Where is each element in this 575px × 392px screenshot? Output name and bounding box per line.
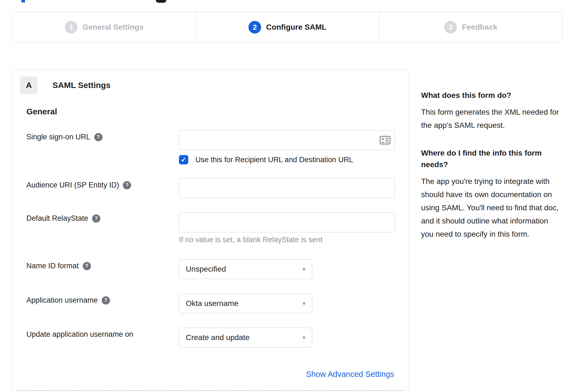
- update-app-username-label-text: Update application username on: [26, 330, 133, 339]
- app-username-value: Okta username: [186, 299, 238, 308]
- sidebar-body-text: The app you're trying to integrate with …: [421, 175, 563, 241]
- recipient-url-checkbox-label: Use this for Recipient URL and Destinati…: [195, 156, 353, 164]
- name-id-format-label: Name ID format ?: [26, 262, 91, 270]
- panel-header: A SAML Settings: [20, 76, 110, 94]
- panel-title: SAML Settings: [52, 81, 110, 90]
- audience-uri-label-text: Audience URI (SP Entity ID): [26, 181, 119, 189]
- update-app-username-label: Update application username on: [26, 330, 133, 339]
- step-1-label: General Settings: [82, 23, 144, 32]
- saml-settings-panel: A SAML Settings General Single sign-on U…: [12, 69, 410, 392]
- name-id-format-select[interactable]: Unspecified ▾: [179, 259, 312, 279]
- update-app-username-value: Create and update: [186, 333, 250, 342]
- app-username-label-text: Application username: [26, 296, 98, 305]
- checkbox-checked-icon[interactable]: ✓: [179, 155, 188, 164]
- help-icon[interactable]: ?: [123, 181, 131, 189]
- step-feedback[interactable]: 3 Feedback: [379, 12, 562, 43]
- step-1-number-badge: 1: [65, 21, 78, 34]
- caret-down-icon: ▾: [303, 334, 305, 341]
- app-username-label: Application username ?: [26, 296, 110, 305]
- help-sidebar: What does this form do? This form genera…: [421, 90, 563, 241]
- section-a-badge: A: [20, 76, 38, 94]
- sidebar-body-text: This form generates the XML needed for t…: [421, 106, 563, 132]
- section-dashed-divider: [17, 390, 404, 391]
- cropped-blue-fragment: [21, 0, 25, 2]
- help-icon[interactable]: ?: [94, 133, 103, 141]
- step-3-label: Feedback: [462, 23, 497, 32]
- cropped-logo-fragment: [156, 0, 166, 3]
- name-id-format-value: Unspecified: [186, 265, 226, 274]
- relay-state-input[interactable]: [179, 212, 395, 232]
- sidebar-section-what: What does this form do? This form genera…: [421, 90, 563, 132]
- wizard-stepper: 1 General Settings 2 Configure SAML 3 Fe…: [12, 12, 563, 43]
- step-general-settings[interactable]: 1 General Settings: [13, 12, 196, 43]
- caret-down-icon: ▾: [303, 266, 305, 272]
- step-3-number-badge: 3: [444, 21, 457, 34]
- audience-uri-label: Audience URI (SP Entity ID) ?: [26, 181, 131, 189]
- show-advanced-settings-link[interactable]: Show Advanced Settings: [306, 370, 394, 379]
- sso-url-label-text: Single sign-on URL: [26, 133, 90, 141]
- help-icon[interactable]: ?: [83, 262, 91, 270]
- step-configure-saml[interactable]: 2 Configure SAML: [196, 12, 379, 43]
- step-2-label: Configure SAML: [266, 23, 326, 32]
- step-2-number-badge: 2: [248, 21, 261, 34]
- general-section-title: General: [26, 107, 57, 116]
- relay-state-label-text: Default RelayState: [26, 214, 88, 223]
- sso-url-input[interactable]: [179, 130, 395, 150]
- recipient-url-checkbox-row[interactable]: ✓ Use this for Recipient URL and Destina…: [179, 155, 353, 164]
- relay-state-helper-text: If no value is set, a blank RelayState i…: [179, 236, 322, 244]
- app-username-select[interactable]: Okta username ▾: [179, 294, 312, 313]
- sidebar-heading: What does this form do?: [421, 90, 563, 101]
- sidebar-section-where: Where do I find the info this form needs…: [421, 147, 563, 241]
- update-app-username-select[interactable]: Create and update ▾: [179, 328, 312, 347]
- caret-down-icon: ▾: [303, 300, 305, 307]
- relay-state-label: Default RelayState ?: [26, 214, 100, 223]
- sso-url-label: Single sign-on URL ?: [26, 133, 103, 141]
- sidebar-heading: Where do I find the info this form needs…: [421, 147, 563, 170]
- help-icon[interactable]: ?: [92, 214, 100, 223]
- name-id-format-label-text: Name ID format: [26, 262, 79, 270]
- help-icon[interactable]: ?: [102, 296, 110, 305]
- audience-uri-input[interactable]: [179, 178, 395, 198]
